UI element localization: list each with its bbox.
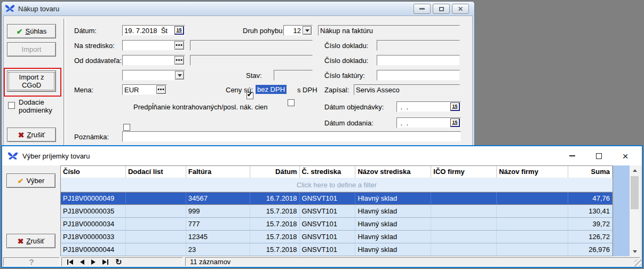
scroll-up-button[interactable] — [630, 165, 640, 175]
cell-3-0[interactable]: PJ18V00000033 — [61, 231, 126, 243]
column-header-6[interactable]: IČO firmy — [431, 166, 497, 178]
table-row-2[interactable]: PJ18V0000003477715.7.2018GNSVT101Hlavný … — [60, 218, 613, 231]
window1-titlebar[interactable]: Nákup tovaru — [2, 2, 474, 15]
predplnanie-checkbox[interactable] — [123, 124, 130, 131]
cell-3-1[interactable] — [126, 231, 186, 243]
cislo-dokladu-field-2[interactable] — [377, 55, 460, 66]
column-header-8[interactable]: Suma — [568, 166, 613, 178]
cell-1-7[interactable] — [497, 205, 568, 217]
cell-4-6[interactable] — [431, 243, 497, 256]
calendar-icon[interactable]: 15 — [450, 118, 460, 127]
cell-0-5[interactable]: Hlavný sklad — [355, 192, 431, 204]
next-record-button[interactable] — [91, 259, 96, 265]
close-button[interactable]: ✕ — [452, 4, 469, 14]
bez-dph-checkbox[interactable]: ✔ — [247, 92, 253, 99]
column-header-2[interactable]: Faltúra — [186, 166, 250, 178]
cell-2-8[interactable]: 39,72 — [568, 218, 613, 230]
datum-field[interactable]: 19. 7.2018 Št 15 — [122, 25, 185, 36]
column-header-0[interactable]: Číslo — [61, 166, 126, 178]
cell-3-4[interactable]: GNSVT101 — [300, 231, 356, 243]
cell-0-3[interactable]: 16.7.2018 — [250, 192, 300, 204]
cell-0-7[interactable] — [497, 192, 568, 204]
suhlas-button[interactable]: ✔ Súhlas — [7, 24, 56, 38]
cell-1-3[interactable]: 15.7.2018 — [250, 205, 300, 217]
cell-4-1[interactable] — [126, 243, 186, 256]
calendar-icon[interactable]: 15 — [450, 102, 460, 111]
minimize-button[interactable] — [559, 146, 585, 165]
s-dph-checkbox[interactable] — [288, 99, 295, 106]
scroll-down-button[interactable] — [630, 247, 640, 256]
refresh-icon[interactable]: ↻ — [115, 258, 122, 266]
druh-pohybu-combo[interactable]: 12 — [283, 25, 313, 36]
dodacie-podmienky-checkbox[interactable] — [8, 102, 15, 109]
bez-dph-label[interactable]: bez DPH — [256, 85, 287, 94]
cell-2-2[interactable]: 777 — [186, 218, 250, 230]
last-record-button[interactable] — [102, 259, 108, 265]
zrusit-button-w1[interactable]: ✖ Zrušiť — [7, 128, 56, 142]
mena-lookup-button[interactable]: ••• — [156, 85, 166, 94]
cell-4-0[interactable]: PJ18V00000044 — [61, 243, 126, 256]
cell-2-5[interactable]: Hlavný sklad — [355, 218, 431, 230]
datum-objednavky-field[interactable]: . . 15 — [396, 101, 461, 112]
cell-0-0[interactable]: PJ18V00000049 — [61, 192, 126, 204]
column-header-3[interactable]: Dátum — [250, 166, 300, 178]
cell-1-8[interactable]: 130,41 — [568, 205, 613, 217]
column-header-1[interactable]: Dodací list — [126, 166, 186, 178]
na-stredisko-field[interactable]: ••• — [122, 40, 185, 51]
cell-2-4[interactable]: GNSVT101 — [300, 218, 356, 230]
zrusit-button-w2[interactable]: ✖ Zrušiť — [6, 234, 55, 248]
cislo-faktury-field[interactable] — [377, 70, 460, 81]
cell-1-0[interactable]: PJ18V00000035 — [61, 205, 126, 217]
window2-titlebar[interactable]: Výber príjemky tovaru — [2, 146, 642, 165]
cell-2-1[interactable] — [126, 218, 186, 230]
cell-4-8[interactable]: 26,976 — [568, 243, 613, 256]
table-row-4[interactable]: PJ18V000000442315.7.2018GNSVT101Hlavný s… — [60, 243, 613, 256]
cell-3-5[interactable]: Hlavný sklad — [355, 231, 431, 243]
druh-pohybu-dropdown-button[interactable] — [303, 26, 312, 35]
empty-combo[interactable] — [122, 70, 185, 81]
cell-1-4[interactable]: GNSVT101 — [300, 205, 356, 217]
vyber-button[interactable]: ✔ Výber — [6, 173, 55, 188]
first-record-button[interactable] — [67, 259, 73, 265]
calendar-icon[interactable]: 15 — [174, 26, 184, 35]
cell-0-2[interactable]: 34567 — [186, 192, 250, 204]
cell-3-2[interactable]: 12345 — [186, 231, 250, 243]
vertical-scrollbar[interactable] — [630, 165, 640, 256]
scrollbar-thumb[interactable] — [631, 176, 639, 209]
cell-3-7[interactable] — [497, 231, 568, 243]
table-filter-row[interactable]: Click here to define a filter — [60, 178, 613, 192]
cell-0-1[interactable] — [126, 192, 186, 204]
help-panel[interactable]: ? — [3, 257, 60, 266]
poznamka-field[interactable] — [122, 131, 461, 142]
cell-3-8[interactable]: 126,72 — [568, 231, 613, 243]
column-header-7[interactable]: Názov firmy — [497, 166, 568, 178]
cell-0-6[interactable] — [431, 192, 497, 204]
cell-4-4[interactable]: GNSVT101 — [300, 243, 356, 256]
cell-4-3[interactable]: 15.7.2018 — [250, 243, 300, 256]
column-header-5[interactable]: Názov strediska — [355, 166, 431, 178]
cell-2-6[interactable] — [431, 218, 497, 230]
cell-4-2[interactable]: 23 — [186, 243, 250, 256]
table-row-0[interactable]: PJ18V000000493456716.7.2018GNSVT101Hlavn… — [60, 192, 613, 205]
od-dodavatela-field[interactable]: ••• — [122, 55, 185, 66]
resize-grip[interactable] — [634, 259, 641, 266]
cell-1-6[interactable] — [431, 205, 497, 217]
na-stredisko-lookup-button[interactable]: ••• — [174, 41, 184, 50]
cell-1-1[interactable] — [126, 205, 186, 217]
table-row-3[interactable]: PJ18V000000331234515.7.2018GNSVT101Hlavn… — [60, 231, 613, 243]
cell-1-5[interactable]: Hlavný sklad — [355, 205, 431, 217]
cell-3-6[interactable] — [431, 231, 497, 243]
cell-0-8[interactable]: 47,76 — [568, 192, 613, 204]
cell-4-7[interactable] — [497, 243, 568, 256]
cell-2-0[interactable]: PJ18V00000034 — [61, 218, 126, 230]
table-row-1[interactable]: PJ18V0000003599915.7.2018GNSVT101Hlavný … — [60, 205, 613, 218]
mena-field[interactable]: EUR ••• — [122, 84, 167, 95]
cell-1-2[interactable]: 999 — [186, 205, 250, 217]
cell-2-3[interactable]: 15.7.2018 — [250, 218, 300, 230]
cell-0-4[interactable]: GNSVT101 — [300, 192, 356, 204]
datum-dodania-field[interactable]: . . 15 — [396, 117, 461, 128]
import-z-cgod-button[interactable]: Import z CGoD — [7, 70, 56, 92]
od-dodavatela-lookup-button[interactable]: ••• — [174, 56, 184, 65]
combo-dropdown-button[interactable] — [175, 71, 184, 80]
maximize-button[interactable] — [433, 4, 450, 14]
